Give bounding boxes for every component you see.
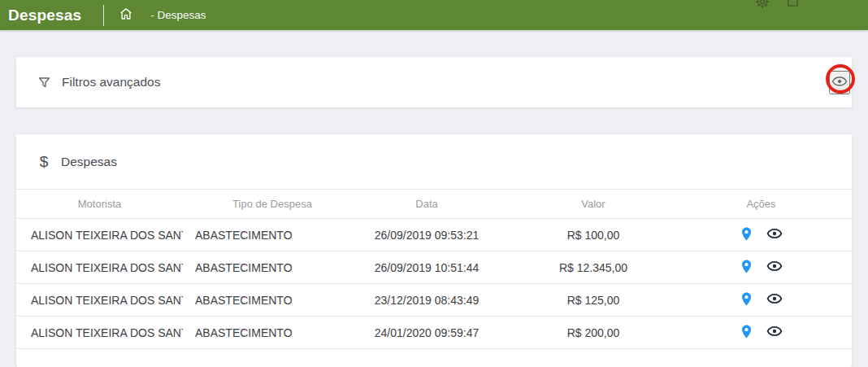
location-pin-button[interactable] [739, 324, 754, 342]
eye-icon [766, 225, 783, 245]
home-button[interactable] [119, 7, 133, 24]
column-header-tipo-de-despesa: Tipo de Despesa [183, 198, 362, 210]
location-pin-icon [739, 259, 754, 277]
advanced-filters-panel[interactable]: Filtros avançados [16, 57, 852, 107]
cell-data: 23/12/2019 08:43:49 [362, 294, 492, 307]
column-header-data: Data [362, 198, 492, 210]
view-expense-button[interactable] [766, 257, 783, 277]
location-pin-button[interactable] [739, 226, 754, 244]
table-row: ALISON TEIXEIRA DOS SANTOS ABASTECIMENTO… [16, 251, 852, 284]
cell-valor: R$ 200,00 [492, 326, 695, 339]
gear-icon[interactable] [755, 0, 770, 12]
cell-data: 26/09/2019 09:53:21 [362, 229, 492, 242]
location-pin-icon [739, 226, 754, 244]
table-row: ALISON TEIXEIRA DOS SANTOS ABASTECIMENTO… [16, 284, 852, 317]
top-bar: Despesas - Despesas [0, 0, 868, 30]
cell-tipo-despesa: ABASTECIMENTO [183, 229, 362, 242]
cell-data: 26/09/2019 10:51:44 [362, 261, 492, 274]
advanced-filters-label: Filtros avançados [62, 75, 160, 90]
filter-funnel-icon [37, 75, 52, 90]
window-icon[interactable] [786, 0, 800, 11]
table-row: ALISON TEIXEIRA DOS SANTOS ABASTECIMENTO… [16, 317, 852, 349]
cell-data: 24/01/2020 09:59:47 [362, 326, 492, 339]
location-pin-icon [739, 324, 754, 342]
cell-tipo-despesa: ABASTECIMENTO [183, 294, 362, 307]
topbar-divider [103, 5, 104, 26]
cell-acoes [695, 257, 852, 277]
view-expense-button[interactable] [766, 225, 783, 245]
column-header-valor: Valor [492, 198, 695, 210]
location-pin-button[interactable] [739, 259, 754, 277]
page-title: Despesas [8, 7, 81, 24]
location-pin-icon [739, 291, 754, 309]
cell-tipo-despesa: ABASTECIMENTO [183, 326, 362, 339]
view-expense-button[interactable] [766, 290, 783, 310]
cell-tipo-despesa: ABASTECIMENTO [183, 261, 362, 274]
cell-valor: R$ 100,00 [492, 229, 695, 242]
column-header-acoes: Ações [695, 198, 852, 210]
location-pin-button[interactable] [739, 291, 754, 309]
cell-valor: R$ 125,00 [492, 294, 695, 307]
eye-icon [831, 72, 848, 93]
cell-motorista: ALISON TEIXEIRA DOS SANTOS [16, 326, 183, 339]
dollar-icon: $ [38, 153, 50, 171]
cell-motorista: ALISON TEIXEIRA DOS SANTOS [16, 294, 183, 307]
eye-icon [766, 290, 783, 310]
toggle-filters-eye-button[interactable] [829, 71, 850, 94]
cell-acoes [695, 290, 852, 310]
cell-motorista: ALISON TEIXEIRA DOS SANTOS [16, 261, 183, 274]
expenses-card-title: Despesas [61, 155, 117, 169]
table-row: ALISON TEIXEIRA DOS SANTOS ABASTECIMENTO… [16, 219, 852, 251]
cell-motorista: ALISON TEIXEIRA DOS SANTOS [16, 229, 183, 242]
column-header-motorista: Motorista [16, 198, 183, 210]
table-header-row: Motorista Tipo de Despesa Data Valor Açõ… [16, 190, 852, 219]
cell-valor: R$ 12.345,00 [492, 261, 695, 274]
cell-acoes [695, 322, 852, 343]
eye-icon [766, 322, 783, 343]
home-icon [119, 7, 133, 24]
expenses-card: $ Despesas Motorista Tipo de Despesa Dat… [16, 134, 852, 367]
breadcrumb: - Despesas [150, 9, 206, 21]
cell-acoes [695, 225, 852, 245]
eye-icon [766, 257, 783, 277]
view-expense-button[interactable] [766, 322, 783, 343]
expenses-card-header: $ Despesas [16, 134, 852, 190]
